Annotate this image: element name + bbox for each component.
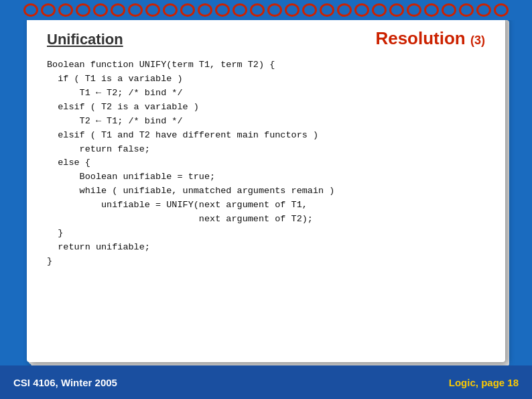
spiral-coil [215,3,230,17]
spiral-coil [302,3,317,17]
spiral-coil [145,3,160,17]
spiral-coil [232,3,247,17]
spiral-coil [76,3,90,17]
spiral-coil [476,3,491,17]
spiral-coil [442,3,456,17]
footer-right: Logic, page 18 [449,377,519,388]
code-block: Boolean function UNIFY(term T1, term T2)… [47,58,485,269]
spiral-coil [198,3,212,17]
spiral-coil [389,3,404,17]
title-resolution: Resolution (3) [375,28,485,49]
spiral-coil [180,3,195,17]
spiral-decoration [0,0,532,20]
spiral-coil [23,3,38,17]
spiral-coil [285,3,300,17]
footer-left: CSI 4106, Winter 2005 [13,377,117,388]
spiral-row [23,3,509,17]
spiral-coil [250,3,265,17]
spiral-coil [267,3,282,17]
title-unification: Unification [47,31,123,48]
spiral-coil [41,3,56,17]
spiral-coil [58,3,73,17]
spiral-coil [407,3,421,17]
spiral-coil [494,3,509,17]
main-slide: Unification Resolution (3) Boolean funct… [27,15,505,362]
spiral-coil [320,3,334,17]
spiral-coil [128,3,143,17]
spiral-coil [459,3,474,17]
spiral-coil [372,3,387,17]
spiral-coil [337,3,352,17]
bottom-bar: CSI 4106, Winter 2005 Logic, page 18 [0,365,532,399]
spiral-coil [424,3,439,17]
spiral-coil [111,3,125,17]
spiral-coil [163,3,178,17]
slide-header: Unification Resolution (3) [47,28,485,49]
spiral-coil [93,3,108,17]
spiral-coil [354,3,369,17]
